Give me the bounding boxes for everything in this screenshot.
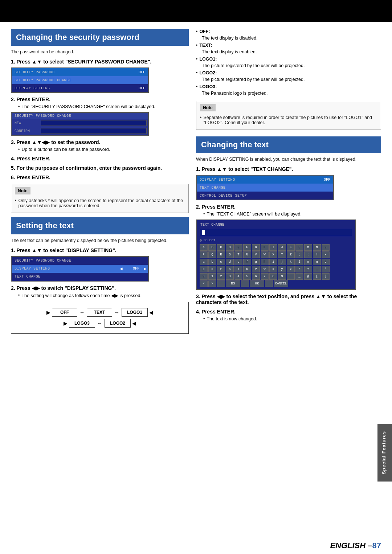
note-logo: Note Separate software is required in or… [196,101,381,130]
left-column: Changing the security password The passw… [11,29,189,337]
section-intro-security: The password can be changed. [11,49,189,54]
osd-row-3: DISPLAY SETTING OFF [12,84,148,92]
footer: ENGLISH – 87 [0,537,392,554]
section-setting-text: Setting the text The set text can be per… [11,217,189,333]
osd-confirm-row: CONFIRM [12,127,148,135]
step-1-title: 1. Press ▲▼ to select "SECURITY PASSWORD… [11,59,189,65]
step-1-setting: 1. Press ▲▼ to select "DISPLAY SETTING".… [11,247,189,282]
step-2-setting-title: 2. Press ◀▶ to switch "DISPLAY SETTING". [11,285,189,291]
osd-new-row: NEW [12,119,148,127]
step-4-changing: 4. Press ENTER. The text is now changed. [196,309,381,321]
step-4-changing-title: 4. Press ENTER. [196,309,381,315]
special-features-tab: Special Features [377,424,392,481]
step-3-title: 3. Press ▲▼◀▶ to set the password. [11,139,189,145]
section-security-password: Changing the security password The passw… [11,29,189,213]
step-6-title: 6. Press ENTER. [11,175,189,180]
note-label-logo: Note [200,104,216,111]
top-bar [0,0,392,22]
keyboard-mockup: TEXT CHANGE ⊙ SELECT ABCDEFGHIJKLMNO PQR… [196,219,356,290]
osd-row-2: SECURITY PASSWORD CHANGE [12,76,148,84]
kb-cursor [202,230,205,235]
note-label-security: Note [15,187,30,194]
step-3-security: 3. Press ▲▼◀▶ to set the password. Up to… [11,139,189,152]
step-1-security: 1. Press ▲▼ to select "SECURITY PASSWORD… [11,59,189,93]
footer-text: ENGLISH – [330,541,372,550]
step-1-changing: 1. Press ▲▼ to select "TEXT CHANGE". DIS… [196,166,381,200]
section-header-setting: Setting the text [11,217,189,234]
step-2-changing-title: 2. Press ENTER. [196,204,381,210]
step-4-title: 4. Press ENTER. [11,156,189,161]
section-changing-text: Changing the text When DISPLAY SETTING i… [196,136,381,321]
step-5-title: 5. For the purposes of confirmation, ent… [11,165,189,171]
kb-input [200,229,352,236]
right-column: OFF: The text display is disabled. TEXT:… [196,29,381,337]
osd-screen-2: SECURITY PASSWORD CHANGE NEW CONFIRM [11,112,149,136]
display-options: OFF: The text display is disabled. TEXT:… [196,29,381,96]
osd-row-1: SECURITY PASSWORD OFF [12,68,148,76]
osd-screen-4: DISPLAY SETTING OFF TEXT CHANGE CONTROL … [196,175,334,200]
footer-num: 87 [372,541,381,550]
step-1-setting-title: 1. Press ▲▼ to select "DISPLAY SETTING". [11,247,189,253]
step-5-security: 5. For the purposes of confirmation, ent… [11,165,189,171]
step-6-security: 6. Press ENTER. [11,175,189,180]
step-1-changing-title: 1. Press ▲▼ to select "TEXT CHANGE". [196,166,381,172]
step-2-setting: 2. Press ◀▶ to switch "DISPLAY SETTING".… [11,285,189,334]
note-security: Note Only asterisks * will appear on the… [11,184,189,213]
section-header-security: Changing the security password [11,29,189,46]
step-1-num: 1. [11,59,15,65]
flow-diagram: ▶ OFF ↔ TEXT ↔ LOGO1 ◀ ▶ LOGO3 ↔ LOGO2 ◀ [11,302,189,334]
step-2-changing: 2. Press ENTER. The "TEXT CHANGE" screen… [196,204,381,290]
step-2-security: 2. Press ENTER. The "SECURITY PASSWORD C… [11,97,189,136]
step-3-changing: 3. Press ◀▶ to select the text position,… [196,294,381,305]
section-header-changing: Changing the text [196,136,381,153]
kb-grid: ABCDEFGHIJKLMNO PQRSTUVWXYZ;:!- abcdefgh… [198,243,354,288]
section-intro-setting: The set text can be permanently displaye… [11,238,189,243]
osd-screen-3: SECURITY PASSWORD CHANGE DISPLAY SETTING… [11,256,149,282]
osd-screen-1: SECURITY PASSWORD OFF SECURITY PASSWORD … [11,67,149,93]
step-2-body: The "SECURITY PASSWORD CHANGE" screen wi… [11,104,189,109]
step-2-title: 2. Press ENTER. [11,97,189,102]
step-3-changing-title: 3. Press ◀▶ to select the text position,… [196,294,381,305]
step-4-security: 4. Press ENTER. [11,156,189,161]
flow-row-1: ▶ OFF ↔ TEXT ↔ LOGO1 ◀ [15,308,185,317]
section-intro-changing: When DISPLAY SETTING is enabled, you can… [196,157,381,162]
